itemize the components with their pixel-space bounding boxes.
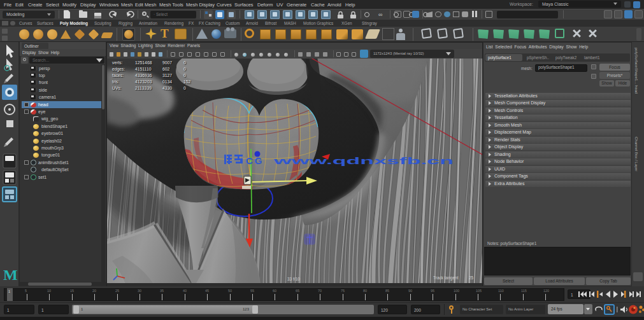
svg-text:CG: CG — [246, 155, 264, 166]
svg-text:25: 25 — [469, 275, 474, 280]
svg-text:Track tangent: Track tangent — [433, 275, 459, 281]
svg-text:www.qdnxsfb.cn: www.qdnxsfb.cn — [273, 155, 454, 166]
svg-text:33 f/10: 33 f/10 — [287, 277, 300, 281]
